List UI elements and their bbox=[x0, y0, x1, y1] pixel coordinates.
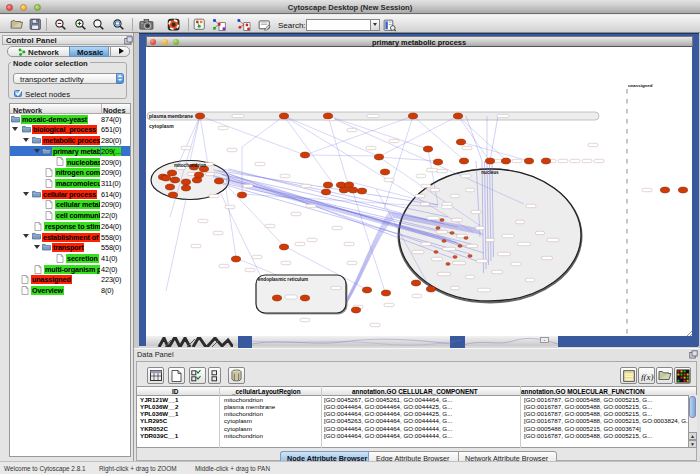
svg-text:cytoplasm: cytoplasm bbox=[149, 123, 174, 129]
svg-text:unassigned: unassigned bbox=[628, 83, 653, 88]
svg-text:plasma membrane: plasma membrane bbox=[149, 113, 193, 119]
svg-text:mitochondrion: mitochondrion bbox=[174, 163, 206, 168]
svg-text:endoplasmic reticulum: endoplasmic reticulum bbox=[258, 277, 308, 282]
svg-text:nucleus: nucleus bbox=[481, 170, 499, 175]
svg-text:f(x): f(x) bbox=[641, 371, 654, 381]
